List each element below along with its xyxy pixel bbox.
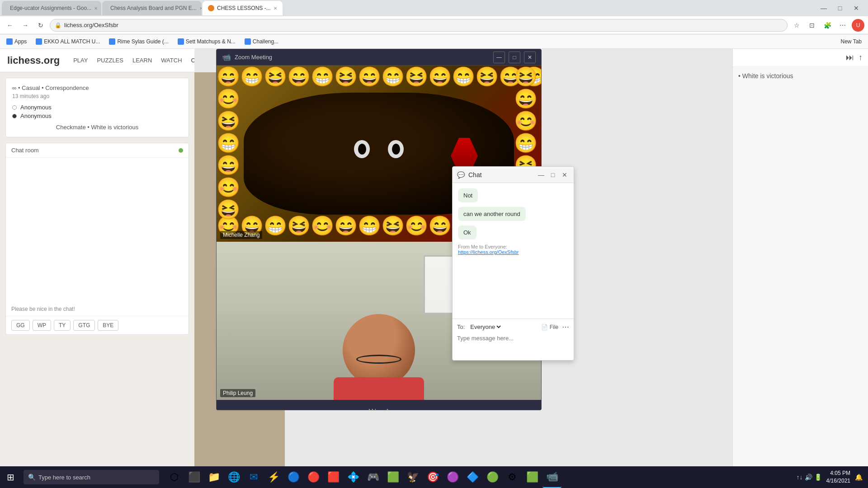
taskbar-app-onenote[interactable]: 🟣 xyxy=(443,466,462,488)
skip-forward-icon: ⏭ xyxy=(368,406,377,411)
lichess-nav: PLAY PUZZLES LEARN WATCH COMMUNITY xyxy=(73,55,194,66)
chat-from-label: From Me to Everyone: https://lichess.org… xyxy=(458,244,568,255)
zoom-maximize-button[interactable]: □ xyxy=(509,52,520,63)
quick-reply-gtg[interactable]: GTG xyxy=(73,320,95,331)
refresh-button[interactable]: ↻ xyxy=(34,19,47,32)
start-button[interactable]: ⊞ xyxy=(0,466,21,488)
taskbar-app-gog[interactable]: 🟢 xyxy=(483,466,502,488)
taskbar-app-app15[interactable]: 🔷 xyxy=(463,466,482,488)
quick-reply-wp[interactable]: WP xyxy=(33,320,51,331)
bookmark-label-challenger: Challeng... xyxy=(253,38,278,45)
creature-eyes xyxy=(354,140,404,158)
tab-close-1[interactable]: ✕ xyxy=(94,6,98,11)
taskbar-app-app6[interactable]: 🔵 xyxy=(284,466,303,488)
quick-reply-ty[interactable]: TY xyxy=(54,320,71,331)
quick-reply-gg[interactable]: GG xyxy=(11,320,30,331)
chat-panel-titlebar: 💬 Chat — □ ✕ xyxy=(453,167,574,183)
chat-message-3: Ok xyxy=(458,225,476,239)
lichess-header: lichess.org PLAY PUZZLES LEARN WATCH COM… xyxy=(0,49,194,72)
discord-icon: 🎮 xyxy=(367,471,379,483)
from-me-text: From Me to Everyone: xyxy=(458,244,507,249)
nav-learn[interactable]: LEARN xyxy=(132,55,152,66)
zoom-skip-forward-button[interactable]: ⏭ xyxy=(368,406,377,411)
person-glasses xyxy=(356,355,401,364)
close-window-button[interactable]: ✕ xyxy=(850,2,863,14)
taskbar-app-chrome[interactable]: 🔴 xyxy=(304,466,323,488)
zoom-minimize-button[interactable]: — xyxy=(493,52,505,63)
taskbar-search[interactable]: 🔍 Type here to search xyxy=(24,470,159,484)
taskbar-app-cortana[interactable]: ⬡ xyxy=(165,466,184,488)
nav-puzzles[interactable]: PUZZLES xyxy=(97,55,123,66)
forward-button[interactable]: → xyxy=(19,19,32,32)
taskbar-app-app18[interactable]: 🟩 xyxy=(523,466,542,488)
taskbar-app-app8[interactable]: 🟥 xyxy=(324,466,343,488)
back-button[interactable]: ← xyxy=(4,19,16,32)
bookmark-button[interactable]: ☆ xyxy=(790,19,803,32)
taskbar-app-lightning[interactable]: ⚡ xyxy=(264,466,283,488)
chat-message-1: Not xyxy=(458,188,478,202)
chat-panel-controls: — □ ✕ xyxy=(537,170,569,179)
mail-icon: ✉ xyxy=(250,471,258,483)
tab-close-2[interactable]: ✕ xyxy=(199,6,202,11)
bookmark-apps[interactable]: Apps xyxy=(4,38,29,46)
profile-button[interactable]: U xyxy=(852,19,864,32)
taskbar-app-explorer[interactable]: 📁 xyxy=(204,466,223,488)
taskbar-app-steam[interactable]: 💠 xyxy=(344,466,363,488)
taskbar-app-settings2[interactable]: ⚙ xyxy=(503,466,522,488)
taskbar-app-taskview[interactable]: ⬛ xyxy=(184,466,203,488)
minimize-window-button[interactable]: — xyxy=(817,2,830,14)
bookmark-sett[interactable]: Sett Matchups & N... xyxy=(175,38,238,46)
zoom-close-button[interactable]: ✕ xyxy=(524,52,536,63)
taskbar-app-app11[interactable]: 🟩 xyxy=(383,466,402,488)
system-clock[interactable]: 4:05 PM 4/16/2021 xyxy=(824,469,853,485)
bookmark-newtab[interactable]: New Tab xyxy=(838,38,864,46)
audio-icon[interactable]: 🔊 xyxy=(805,474,812,481)
zoom-share-button[interactable]: ↑ xyxy=(386,406,390,411)
right-panel-skip-button[interactable]: ⏭ xyxy=(846,53,854,62)
browser-chrome: Edge-ucator Assignments - Goo... ✕ Chess… xyxy=(0,0,868,49)
video-label-philip: Philip Leung xyxy=(220,389,255,397)
right-panel-share-button[interactable]: ↑ xyxy=(859,53,863,62)
tab-close-3[interactable]: ✕ xyxy=(274,6,277,11)
chat-panel-minimize-button[interactable]: — xyxy=(537,170,546,179)
chat-more-button[interactable]: ⋯ xyxy=(562,323,569,331)
emoji-3: 😆 xyxy=(264,66,287,93)
taskbar-app-discord[interactable]: 🎮 xyxy=(363,466,382,488)
bookmark-rime[interactable]: Rime Sylas Guide (... xyxy=(106,38,171,46)
network-icon[interactable]: ↑↓ xyxy=(797,474,803,481)
bookmark-challenger[interactable]: Challeng... xyxy=(242,38,281,46)
eye-right xyxy=(388,140,404,158)
nav-community[interactable]: COMMUNITY xyxy=(191,55,194,66)
nav-play[interactable]: PLAY xyxy=(73,55,88,66)
edge-icon: 🌐 xyxy=(228,471,240,483)
chat-file-button[interactable]: 📄 File xyxy=(541,324,558,330)
maximize-window-button[interactable]: □ xyxy=(834,2,846,14)
taskbar-app-mail[interactable]: ✉ xyxy=(244,466,263,488)
browser-tab-1[interactable]: Edge-ucator Assignments - Goo... ✕ xyxy=(2,1,101,15)
zoom-titlebar: 📹 Zoom Meeting — □ ✕ xyxy=(217,49,541,66)
taskbar-app-zoom[interactable]: 📹 xyxy=(542,466,561,488)
taskbar-app-app12[interactable]: 🦅 xyxy=(403,466,422,488)
settings-button[interactable]: ⋯ xyxy=(836,19,849,32)
browser-tab-2[interactable]: Chess Analysis Board and PGN E... ✕ xyxy=(102,1,202,15)
address-text: lichess.org/OexSfsbr xyxy=(64,22,118,28)
clock-time: 4:05 PM xyxy=(826,469,850,477)
taskbar-app-edge[interactable]: 🌐 xyxy=(224,466,243,488)
chat-message-input[interactable] xyxy=(457,334,569,343)
bookmark-ekko[interactable]: EKKO ALL MATCH U... xyxy=(33,38,103,46)
extensions-button[interactable]: 🧩 xyxy=(821,19,834,32)
taskbar-app-app13[interactable]: 🎯 xyxy=(423,466,442,488)
chat-panel-close-button[interactable]: ✕ xyxy=(560,170,569,179)
chat-to-select[interactable]: Everyone xyxy=(468,323,502,331)
browser-tab-3[interactable]: CHESS LESSONS -... ✕ xyxy=(203,1,283,15)
collections-button[interactable]: ⊡ xyxy=(806,19,818,32)
notification-icon[interactable]: 🔔 xyxy=(855,474,863,481)
nav-watch[interactable]: WATCH xyxy=(161,55,182,66)
game-type-label: ∞ • Casual • Correspondence xyxy=(12,84,182,91)
cortana-icon: ⬡ xyxy=(170,471,179,483)
lichess-link[interactable]: https://lichess.org/OexSfsbr xyxy=(458,249,519,255)
quick-reply-bye[interactable]: BYE xyxy=(98,320,118,331)
battery-icon[interactable]: 🔋 xyxy=(814,474,822,481)
chat-panel-maximize-button[interactable]: □ xyxy=(548,170,557,179)
address-bar[interactable]: 🔒 lichess.org/OexSfsbr xyxy=(50,19,788,32)
